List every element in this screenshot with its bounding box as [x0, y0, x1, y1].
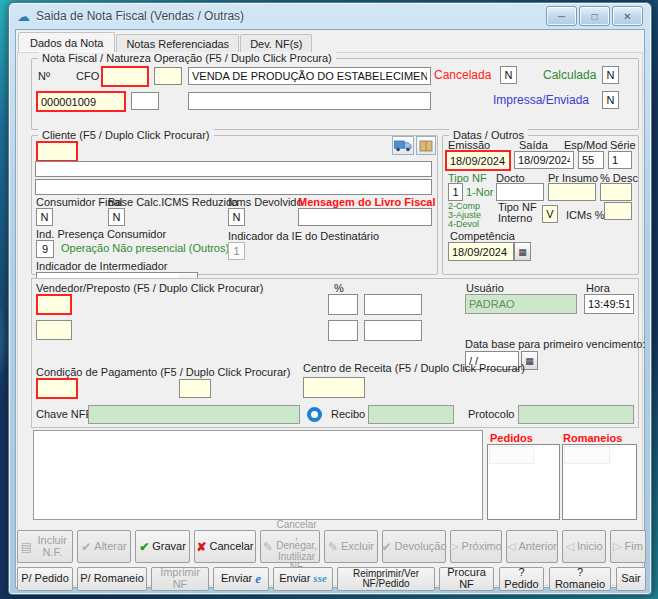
valor2-field[interactable]: [364, 320, 422, 341]
percent2-field[interactable]: [328, 320, 358, 341]
maximize-button[interactable]: □: [579, 6, 610, 26]
pedidos-list[interactable]: [487, 444, 560, 520]
reimprimir-button[interactable]: Reimprimir/Ver NF/Pedido: [337, 567, 435, 591]
anterior-button[interactable]: ◁Anterior: [506, 530, 558, 563]
romaneios-list[interactable]: [562, 444, 637, 520]
devolucao-button[interactable]: ✔Devolução: [382, 530, 446, 563]
pr-insumo-field[interactable]: [548, 183, 596, 201]
serie-field[interactable]: [608, 151, 632, 169]
vendedor2-codigo-field[interactable]: [36, 320, 72, 340]
cancelada-flag-field[interactable]: [500, 66, 517, 84]
icms-perc-label: ICMs %: [566, 209, 605, 221]
consumidor-final-field[interactable]: [36, 208, 53, 226]
pedido-search-button[interactable]: ? Pedido: [499, 567, 544, 591]
docto-field[interactable]: [496, 183, 544, 201]
list-item: [564, 446, 610, 464]
valor1-field[interactable]: [364, 294, 422, 315]
impressa-flag-field[interactable]: [602, 91, 619, 109]
inicio-button[interactable]: ◁Inicio: [562, 530, 606, 563]
tipo-nf-field[interactable]: [448, 183, 463, 201]
condicao-pagamento-field[interactable]: [36, 378, 78, 399]
centro-receita-field[interactable]: [303, 377, 365, 398]
natureza-operacao-field[interactable]: [188, 67, 431, 85]
percent-label: %: [334, 282, 344, 294]
calculada-label: Calculada: [543, 68, 596, 82]
proximo-button[interactable]: ▷Próximo: [450, 530, 502, 563]
romaneio-search-button[interactable]: ? Romaneio: [549, 567, 611, 591]
cloud-icon: ☁: [17, 10, 30, 23]
imprimir-nf-button[interactable]: Imprimir NF: [151, 567, 209, 591]
espmod-field[interactable]: [578, 151, 604, 169]
calendar-icon: ▦: [518, 247, 527, 257]
contingencia-icon: sse: [313, 573, 326, 585]
vendedor-codigo-field[interactable]: [36, 294, 72, 315]
icms-devolvido-field[interactable]: [228, 208, 245, 226]
fim-button[interactable]: ▷Fim: [610, 530, 646, 563]
base-calc-field[interactable]: [108, 208, 125, 226]
cancelar-denegar-button[interactable]: ✎Cancelar , Denegar, Inutilizar NF: [260, 530, 320, 563]
base-calc-label: Base Calc.ICMS Reduzida: [108, 196, 238, 208]
procura-nf-button[interactable]: Procura NF: [439, 567, 494, 591]
cliente-endereco-field[interactable]: [35, 179, 432, 195]
icms-perc-field[interactable]: [604, 202, 632, 220]
internet-icon: e: [255, 572, 261, 586]
cfo-suffix-field[interactable]: [154, 67, 182, 85]
arrow-left-icon: ◁: [565, 541, 573, 552]
tipo-nf-interno-field[interactable]: [542, 205, 558, 223]
tab-notas-referenciadas[interactable]: Notas Referenciadas: [116, 34, 239, 52]
minimize-button[interactable]: ─: [546, 6, 577, 26]
protocolo-field[interactable]: [518, 405, 634, 424]
alterar-button[interactable]: ✔Alterar: [77, 530, 131, 563]
excluir-button[interactable]: ✎Excluir: [324, 530, 378, 563]
emissao-field[interactable]: [445, 150, 511, 171]
enviar-nfe-button[interactable]: Enviare: [213, 567, 269, 591]
competencia-label: Competência: [450, 230, 515, 242]
window-titlebar[interactable]: ☁ Saida de Nota Fiscal (Vendas / Outras)…: [9, 3, 651, 29]
percent1-field[interactable]: [328, 294, 358, 315]
p-romaneio-button[interactable]: P/ Romaneio: [77, 567, 147, 591]
protocolo-label: Protocolo: [468, 408, 514, 420]
tab-dev-nfs[interactable]: Dev. NF(s): [240, 34, 312, 52]
mensagem-livro-fiscal-field[interactable]: [298, 208, 432, 226]
itens-box[interactable]: [33, 430, 483, 520]
recibo-field[interactable]: [368, 405, 454, 424]
refresh-icon[interactable]: [307, 407, 322, 422]
cancelar-button[interactable]: ✘Cancelar: [194, 530, 256, 563]
indicador-ie-field[interactable]: [228, 242, 245, 260]
saida-label: Saída: [519, 139, 548, 151]
app-window: ☁ Saida de Nota Fiscal (Vendas / Outras)…: [8, 2, 652, 595]
numero-suffix-field[interactable]: [131, 92, 159, 110]
ind-presenca-field[interactable]: [36, 240, 54, 258]
data-base-label: Data base para primeiro vencimento:: [465, 338, 645, 350]
incluir-nf-button[interactable]: ▤Incluir N.F.: [17, 530, 73, 563]
saida-field[interactable]: [514, 151, 574, 169]
calculada-flag-field[interactable]: [602, 66, 619, 84]
window-controls: ─ □ ✕: [546, 6, 643, 26]
natureza-operacao2-field[interactable]: [188, 92, 431, 110]
pencil-icon: ✎: [263, 541, 273, 553]
cfo-field[interactable]: [101, 66, 149, 87]
cliente-nome-field[interactable]: [35, 161, 432, 177]
x-icon: ✘: [196, 541, 206, 553]
competencia-calendar-button[interactable]: ▦: [514, 242, 531, 261]
calendar-icon: ▦: [525, 356, 534, 366]
sair-button[interactable]: Sair: [616, 567, 646, 591]
gravar-button[interactable]: ✔Gravar: [135, 530, 190, 563]
cliente-codigo-field[interactable]: [36, 141, 78, 162]
minimize-icon: ─: [558, 11, 565, 22]
arrow-right-icon: ▷: [613, 541, 621, 552]
transporte-button[interactable]: [392, 136, 414, 155]
condicao-detalhe-field[interactable]: [179, 379, 211, 398]
tab-dados-da-nota[interactable]: Dados da Nota: [18, 32, 115, 52]
hora-field[interactable]: [584, 294, 634, 314]
arrow-right-icon: ▷: [450, 541, 458, 552]
competencia-field[interactable]: [448, 242, 514, 261]
close-button[interactable]: ✕: [612, 6, 643, 26]
numero-nf-field[interactable]: [36, 91, 126, 112]
enviar-contingencia-button[interactable]: Enviarsse: [273, 567, 333, 591]
chave-nfe-field[interactable]: [88, 405, 300, 424]
pacote-button[interactable]: [416, 136, 436, 155]
p-pedido-button[interactable]: P/ Pedido: [17, 567, 73, 591]
desc-field[interactable]: [600, 183, 632, 201]
usuario-field[interactable]: [465, 294, 577, 314]
